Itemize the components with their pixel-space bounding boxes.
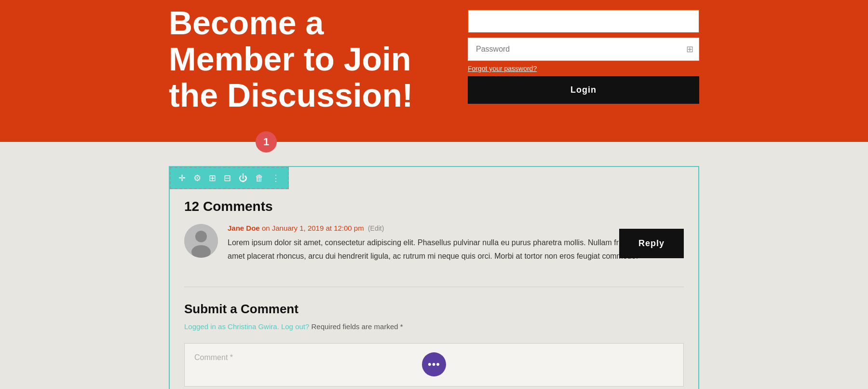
comment-text: Lorem ipsum dolor sit amet, consectetur …: [228, 236, 684, 262]
comment-edit-link[interactable]: (Edit): [368, 224, 384, 232]
comment-date: on January 1, 2019 at 12:00 pm: [262, 224, 364, 232]
avatar: [184, 224, 218, 258]
reply-button[interactable]: Reply: [619, 229, 684, 258]
password-wrapper: ⊞: [468, 38, 699, 61]
delete-icon[interactable]: 🗑: [252, 171, 267, 185]
comment-item: Jane Doe on January 1, 2019 at 12:00 pm …: [184, 224, 684, 262]
dots-menu-button[interactable]: •••: [422, 352, 446, 376]
submit-section: Submit a Comment Logged in as Christina …: [170, 292, 698, 343]
section-divider: [184, 287, 684, 287]
comments-block: ✛ ⚙ ⊞ ⊟ ⏻ 🗑 ⋮ 12 Comments: [169, 166, 699, 389]
comment-author: Jane Doe: [228, 224, 260, 232]
lock-icon: ⊞: [686, 44, 693, 55]
login-form: ⊞ Forgot your password? Login: [468, 5, 699, 104]
password-input[interactable]: [468, 38, 699, 61]
svg-point-1: [195, 231, 207, 242]
block-toolbar: ✛ ⚙ ⊞ ⊟ ⏻ 🗑 ⋮: [170, 167, 289, 189]
comments-title: 12 Comments: [184, 199, 684, 214]
move-icon[interactable]: ✛: [176, 171, 189, 185]
comment-meta: Jane Doe on January 1, 2019 at 12:00 pm …: [228, 224, 684, 232]
notification-badge: 1: [256, 131, 277, 153]
comments-section: 12 Comments Jane Doe on January 1, 2019 …: [170, 189, 698, 281]
comment-body: Jane Doe on January 1, 2019 at 12:00 pm …: [228, 224, 684, 262]
more-icon[interactable]: ⋮: [269, 171, 283, 185]
submit-comment-title: Submit a Comment: [184, 302, 684, 317]
banner-section: Become a Member to Join the Discussion! …: [0, 0, 868, 142]
settings-icon[interactable]: ⚙: [190, 171, 204, 185]
logged-in-link[interactable]: Logged in as Christina Gwira.: [184, 322, 279, 331]
power-icon[interactable]: ⏻: [236, 171, 250, 185]
main-content: ✛ ⚙ ⊞ ⊟ ⏻ 🗑 ⋮ 12 Comments: [0, 142, 868, 389]
logout-link[interactable]: Log out?: [281, 322, 309, 331]
submit-meta: Logged in as Christina Gwira. Log out? R…: [184, 322, 684, 331]
columns-icon[interactable]: ⊟: [221, 171, 234, 185]
forgot-password-link[interactable]: Forgot your password?: [468, 65, 699, 72]
username-input[interactable]: [468, 10, 699, 33]
required-fields-note: Required fields are marked *: [312, 322, 403, 331]
banner-title: Become a Member to Join the Discussion!: [169, 5, 448, 123]
comment-input-wrapper: Comment * •••: [184, 343, 684, 387]
grid-icon[interactable]: ⊞: [206, 171, 219, 185]
login-button[interactable]: Login: [468, 76, 699, 104]
